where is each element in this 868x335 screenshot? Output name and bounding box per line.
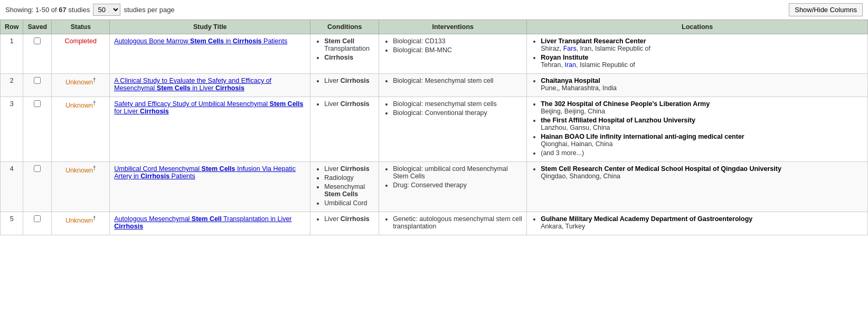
- table-row: 2Unknown†A Clinical Study to Evaluate th…: [1, 74, 868, 97]
- title-bold-word: Cirrhosis: [215, 84, 244, 92]
- status-cell: Completed: [52, 34, 110, 74]
- location-name: Chaitanya Hospital: [541, 77, 600, 84]
- save-checkbox[interactable]: [34, 77, 41, 84]
- location-item: Royan InstituteTehran, Iran, Islamic Rep…: [541, 54, 863, 69]
- per-page-select[interactable]: 102550100: [93, 4, 120, 16]
- studies-table: Row Saved Status Study Title Conditions …: [0, 20, 868, 235]
- row-number: 2: [1, 74, 23, 97]
- status-superscript: †: [93, 77, 96, 83]
- condition-item: Liver Cirrhosis: [324, 100, 374, 108]
- title-bold-word: Stem Cells: [270, 100, 304, 108]
- location-item: Gulhane Military Medical Academy Departm…: [541, 215, 863, 230]
- row-number: 1: [1, 34, 23, 74]
- row-number: 4: [1, 162, 23, 212]
- status-badge: Unknown: [65, 102, 93, 109]
- row-number: 3: [1, 97, 23, 162]
- showing-prefix: Showing: 1-50 of: [5, 6, 59, 14]
- header-status: Status: [52, 20, 110, 34]
- conditions-cell: Liver Cirrhosis: [310, 212, 379, 235]
- location-name: The 302 Hospital of Chinese People's Lib…: [541, 100, 710, 108]
- interventions-cell: Biological: umbilical cord Mesenchymal S…: [379, 162, 527, 212]
- location-detail: Qingdao, Shandong, China: [541, 173, 620, 180]
- conditions-cell: Stem Cell TransplantationCirrhosis: [310, 34, 379, 74]
- title-bold-word: Stem Cells: [157, 84, 191, 92]
- table-body: 1CompletedAutologous Bone Marrow Stem Ce…: [1, 34, 868, 235]
- location-detail: Beijing, Beijing, China: [541, 108, 605, 115]
- title-bold-word: Cirrhosis: [114, 223, 143, 230]
- location-highlight: Iran: [564, 61, 576, 69]
- location-name: Stem Cell Research Center of Medical Sch…: [541, 165, 781, 173]
- locations-cell: Liver Transplant Research CenterShiraz, …: [527, 34, 868, 74]
- table-row: 5Unknown†Autologous Mesenchymal Stem Cel…: [1, 212, 868, 235]
- status-badge: Unknown: [65, 217, 93, 224]
- location-detail: Ankara, Turkey: [541, 223, 585, 230]
- save-checkbox[interactable]: [34, 37, 41, 44]
- status-superscript: †: [93, 100, 96, 106]
- status-badge: Unknown: [65, 167, 93, 174]
- condition-item: Mesenchymal Stem Cells: [324, 183, 374, 198]
- location-name: Liver Transplant Research Center: [541, 37, 646, 45]
- location-detail: Qionghai, Hainan, China: [541, 140, 612, 148]
- intervention-item: Biological: mesenchymal stem cells: [393, 100, 522, 108]
- study-title-link[interactable]: Autologous Mesenchymal Stem Cell Transpl…: [114, 215, 291, 230]
- header-conditions: Conditions: [310, 20, 379, 34]
- header-saved: Saved: [23, 20, 52, 34]
- intervention-item: Biological: BM-MNC: [393, 46, 522, 54]
- status-cell: Unknown†: [52, 162, 110, 212]
- study-title-cell: Safety and Efficacy Study of Umbilical M…: [110, 97, 310, 162]
- condition-item: Umbilical Cord: [324, 199, 374, 207]
- study-title-link[interactable]: Umbilical Cord Mesenchymal Stem Cells In…: [114, 165, 296, 180]
- saved-cell: [23, 74, 52, 97]
- study-title-cell: Autologous Bone Marrow Stem Cells in Cir…: [110, 34, 310, 74]
- locations-cell: Stem Cell Research Center of Medical Sch…: [527, 162, 868, 212]
- study-title-cell: A Clinical Study to Evaluate the Safety …: [110, 74, 310, 97]
- table-header-row: Row Saved Status Study Title Conditions …: [1, 20, 868, 34]
- study-title-link[interactable]: A Clinical Study to Evaluate the Safety …: [114, 77, 271, 92]
- location-name: Gulhane Military Medical Academy Departm…: [541, 215, 752, 223]
- saved-cell: [23, 212, 52, 235]
- status-badge: Unknown: [65, 79, 93, 86]
- top-bar: Showing: 1-50 of 67 studies 102550100 st…: [0, 0, 868, 20]
- location-name: Hainan BOAO Life infinity international …: [541, 133, 744, 140]
- intervention-item: Biological: umbilical cord Mesenchymal S…: [393, 165, 522, 180]
- study-title-link[interactable]: Safety and Efficacy Study of Umbilical M…: [114, 100, 303, 115]
- study-title-link[interactable]: Autologous Bone Marrow Stem Cells in Cir…: [114, 37, 287, 45]
- header-locations: Locations: [527, 20, 868, 34]
- condition-item: Cirrhosis: [324, 54, 374, 61]
- studies-label: studies: [67, 6, 90, 14]
- condition-item: Liver Cirrhosis: [324, 215, 374, 223]
- title-bold-word: Stem Cells: [202, 165, 235, 173]
- save-checkbox[interactable]: [34, 215, 41, 222]
- status-superscript: †: [93, 215, 96, 221]
- title-bold-word: Stem Cells: [190, 37, 224, 45]
- location-item: Hainan BOAO Life infinity international …: [541, 133, 863, 148]
- title-bold-word: Cirrhosis: [140, 108, 169, 115]
- save-checkbox[interactable]: [34, 100, 41, 107]
- title-bold-word: Stem Cell: [192, 215, 222, 223]
- location-item: Chaitanya HospitalPune,, Maharashtra, In…: [541, 77, 863, 92]
- intervention-item: Biological: Conventional therapy: [393, 109, 522, 117]
- show-hide-columns-button[interactable]: Show/Hide Columns: [789, 3, 863, 16]
- save-checkbox[interactable]: [34, 165, 41, 172]
- location-item: The 302 Hospital of Chinese People's Lib…: [541, 100, 863, 115]
- study-title-cell: Umbilical Cord Mesenchymal Stem Cells In…: [110, 162, 310, 212]
- intervention-item: Biological: CD133: [393, 37, 522, 45]
- intervention-item: Genetic: autologous mesenchymal stem cel…: [393, 215, 522, 230]
- condition-item: Radiology: [324, 174, 374, 181]
- intervention-item: Drug: Conserved therapy: [393, 181, 522, 189]
- saved-cell: [23, 34, 52, 74]
- locations-cell: Chaitanya HospitalPune,, Maharashtra, In…: [527, 74, 868, 97]
- condition-item: Stem Cell Transplantation: [324, 37, 374, 52]
- status-cell: Unknown†: [52, 74, 110, 97]
- saved-cell: [23, 97, 52, 162]
- intervention-item: Biological: Mesenchymal stem cell: [393, 77, 522, 84]
- table-row: 3Unknown†Safety and Efficacy Study of Um…: [1, 97, 868, 162]
- condition-item: Liver Cirrhosis: [324, 165, 374, 173]
- title-bold-word: Cirrhosis: [140, 173, 169, 180]
- table-row: 4Unknown†Umbilical Cord Mesenchymal Stem…: [1, 162, 868, 212]
- saved-cell: [23, 162, 52, 212]
- header-row: Row: [1, 20, 23, 34]
- header-study-title: Study Title: [110, 20, 310, 34]
- location-detail: Pune,, Maharashtra, India: [541, 84, 617, 92]
- status-cell: Unknown†: [52, 212, 110, 235]
